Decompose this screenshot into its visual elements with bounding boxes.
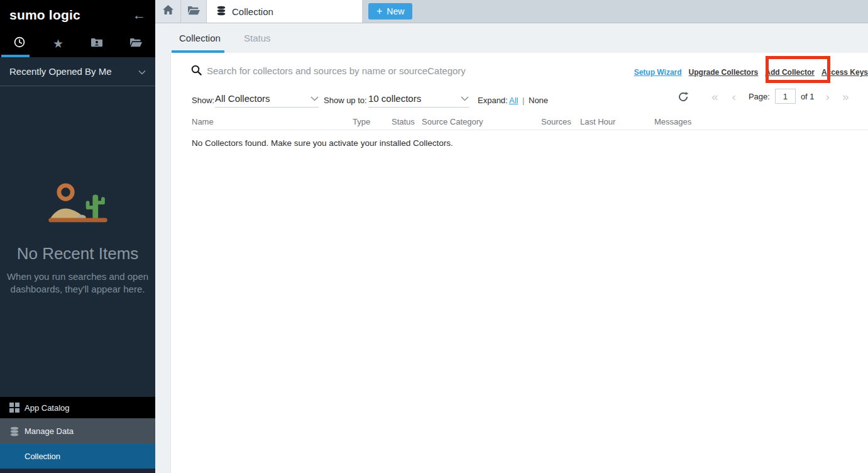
sidebar-item-app-catalog[interactable]: App Catalog — [0, 397, 155, 418]
open-folder-icon — [188, 6, 200, 18]
refresh-button[interactable] — [678, 91, 689, 103]
app-grid-icon — [9, 403, 20, 413]
show-dropdown[interactable]: All Collectors — [215, 91, 319, 108]
page-of-label: of 1 — [801, 92, 815, 101]
column-header-status[interactable]: Status — [392, 117, 415, 126]
page-number-input[interactable] — [775, 89, 796, 104]
expand-all-link[interactable]: All — [509, 96, 518, 105]
page-label: Page: — [749, 92, 770, 101]
column-header-type[interactable]: Type — [353, 117, 370, 126]
recent-filter-dropdown[interactable]: Recently Opened By Me — [0, 57, 155, 86]
no-recent-items-description: When you run searches and open dashboard… — [0, 270, 155, 296]
main-area: Collection + New Collection Status Setup… — [155, 0, 868, 473]
plus-icon: + — [376, 6, 382, 16]
sidebar-empty-state: No Recent Items When you run searches an… — [0, 182, 155, 296]
database-icon — [216, 6, 226, 18]
chevron-down-icon — [138, 66, 146, 77]
setup-wizard-link[interactable]: Setup Wizard — [634, 68, 682, 77]
library-tab[interactable] — [116, 30, 155, 57]
search-input[interactable] — [207, 62, 596, 79]
expand-none-link[interactable]: None — [529, 96, 548, 105]
add-collector-link[interactable]: Add Collector — [765, 68, 815, 77]
last-page-button[interactable]: » — [842, 91, 849, 103]
expand-separator: | — [522, 96, 524, 105]
sidebar-nav-tabs: ★ — [0, 30, 155, 57]
column-header-messages[interactable]: Messages — [654, 117, 691, 126]
database-icon — [9, 426, 20, 437]
first-page-button[interactable]: « — [711, 91, 718, 103]
chevron-down-icon — [310, 92, 319, 104]
folder-user-icon — [91, 38, 102, 50]
show-up-to-label: Show up to: — [324, 96, 367, 105]
table-header-row: Name Type Status Source Category Sources… — [171, 117, 868, 130]
sidebar-header: sumo logic ← ★ — [0, 0, 155, 57]
empty-collectors-message: No Collectors found. Make sure you activ… — [192, 138, 453, 148]
clock-icon — [14, 36, 25, 50]
search-icon — [190, 64, 202, 79]
new-button[interactable]: + New — [368, 3, 412, 19]
collapse-sidebar-icon[interactable]: ← — [133, 8, 146, 21]
favorites-tab[interactable]: ★ — [39, 30, 78, 57]
tab-label: Collection — [232, 6, 273, 17]
access-keys-link[interactable]: Access Keys — [821, 68, 868, 77]
next-page-button[interactable]: › — [826, 91, 830, 103]
subtab-bar: Collection Status — [155, 23, 868, 53]
list-controls: Show: All Collectors Show up to: 10 coll… — [192, 90, 581, 108]
chevron-down-icon — [461, 92, 469, 104]
subtab-status[interactable]: Status — [244, 23, 271, 50]
star-icon: ★ — [53, 36, 63, 51]
sidebar-item-collection[interactable]: Collection — [0, 444, 155, 469]
shared-content-tab[interactable] — [78, 30, 117, 57]
action-links: Setup Wizard Upgrade Collectors Add Coll… — [634, 68, 868, 77]
active-nav-underline — [1, 55, 30, 57]
recent-filter-label: Recently Opened By Me — [9, 66, 112, 77]
column-header-last-hour[interactable]: Last Hour — [580, 117, 615, 126]
recents-tab[interactable] — [0, 30, 39, 57]
column-header-name[interactable]: Name — [192, 117, 214, 126]
tab-collection[interactable]: Collection — [207, 0, 362, 23]
top-tab-bar: Collection + New — [155, 0, 868, 23]
collection-panel: Setup Wizard Upgrade Collectors Add Coll… — [170, 53, 868, 473]
sidebar-item-manage-data[interactable]: Manage Data — [0, 418, 155, 444]
open-folder-icon — [130, 38, 142, 50]
library-button[interactable] — [181, 0, 207, 23]
sumo-logic-logo: sumo logic — [9, 8, 80, 23]
pagination: « ‹ Page: of 1 › » — [711, 89, 849, 104]
no-recent-items-title: No Recent Items — [0, 244, 155, 264]
sidebar-bottom-spacer — [0, 469, 155, 473]
expand-label: Expand: — [478, 96, 508, 105]
sidebar: sumo logic ← ★ — [0, 0, 155, 473]
prev-page-button[interactable]: ‹ — [732, 91, 736, 103]
sidebar-bottom-menu: App Catalog Manage Data Collection — [0, 397, 155, 473]
refresh-icon — [678, 91, 689, 103]
desert-illustration — [41, 220, 115, 231]
column-header-source-category[interactable]: Source Category — [422, 117, 483, 126]
upgrade-collectors-link[interactable]: Upgrade Collectors — [689, 68, 759, 77]
show-label: Show: — [192, 96, 214, 105]
column-header-sources[interactable]: Sources — [541, 117, 571, 126]
home-icon — [163, 5, 173, 18]
show-up-to-dropdown[interactable]: 10 collectors — [368, 91, 469, 108]
home-button[interactable] — [155, 0, 181, 23]
table-header-divider — [192, 130, 868, 130]
subtab-collection[interactable]: Collection — [179, 23, 221, 50]
